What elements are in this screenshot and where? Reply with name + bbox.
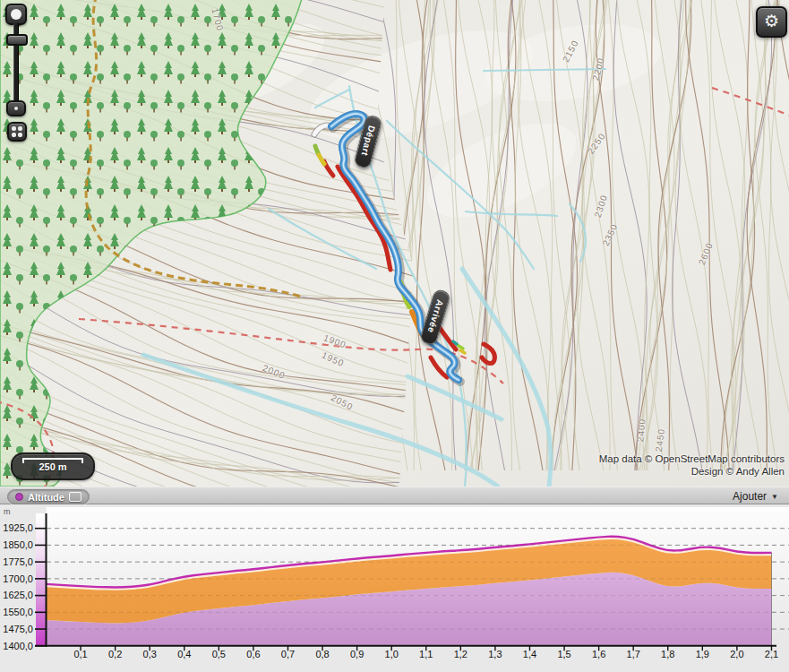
map-pan-button[interactable] — [7, 122, 27, 142]
x-axis-tick-label: 0,3 — [143, 649, 157, 659]
x-axis-tick-label: 1,9 — [696, 649, 709, 659]
pan-dot-icon — [18, 133, 22, 137]
map-scale-bar: 250 m — [11, 452, 95, 480]
elevation-profile-panel[interactable]: 1925,01850,01775,01700,01625,01550,01475… — [0, 504, 789, 672]
series-color-dot-icon — [15, 493, 23, 501]
x-axis-tick-label: 0,7 — [281, 649, 295, 659]
y-axis-tick-label: 1700,0 — [3, 573, 33, 584]
y-axis-tick-label: 1850,0 — [3, 539, 33, 550]
x-axis-tick-label: 0,4 — [177, 649, 191, 659]
zoom-slider-handle[interactable] — [6, 34, 28, 46]
zoom-out-icon — [14, 107, 18, 110]
y-axis-tick-label: 1625,0 — [3, 590, 33, 600]
x-axis-tick-label: 1,1 — [419, 649, 433, 659]
y-axis-tick-label: 1475,0 — [3, 624, 33, 634]
contour-elevation-label: 2400 — [635, 418, 647, 442]
zoom-extent-icon — [11, 9, 21, 20]
y-axis-tick-label: 1400,0 — [3, 641, 33, 651]
x-axis-tick-label: 0,6 — [246, 649, 260, 659]
attribution-line-2: Design © Andy Allen — [599, 465, 785, 478]
add-series-label: Ajouter — [733, 490, 767, 503]
x-axis-tick-label: 2,1 — [765, 649, 778, 659]
x-axis-tick-label: 1,6 — [592, 649, 605, 659]
pan-dot-icon — [12, 126, 16, 131]
x-axis-tick-label: 1,8 — [661, 649, 674, 659]
pan-dot-icon — [18, 126, 22, 131]
graph-toolbar: Altitude Ajouter ▼ — [0, 487, 789, 504]
x-axis-tick-label: 1,4 — [523, 649, 536, 659]
x-axis-tick-label: 2,0 — [730, 649, 743, 659]
x-axis-tick-label: 1,7 — [627, 649, 640, 659]
x-axis-tick-label: 0,1 — [73, 649, 87, 659]
detach-window-icon[interactable] — [69, 492, 81, 502]
y-axis-unit-label: m — [4, 507, 11, 516]
map-graphics — [0, 0, 789, 487]
x-axis-tick-label: 0,5 — [212, 649, 226, 659]
altitude-series-badge[interactable]: Altitude — [7, 489, 90, 504]
x-axis-tick-label: 1,2 — [454, 649, 467, 659]
chevron-down-icon: ▼ — [771, 493, 778, 501]
add-series-button[interactable]: Ajouter ▼ — [733, 490, 778, 503]
series-badge-label: Altitude — [28, 492, 64, 503]
x-axis-tick-label: 1,5 — [557, 649, 570, 659]
y-axis-tick-label: 1775,0 — [3, 556, 33, 567]
x-axis-tick-label: 1,0 — [385, 649, 399, 659]
elevation-profile-chart[interactable]: 1925,01850,01775,01700,01625,01550,01475… — [0, 504, 789, 672]
map-canvas[interactable]: 1700215022002250230023502600240024501900… — [0, 0, 789, 487]
map-attribution: Map data © OpenStreetMap contributors De… — [599, 452, 785, 478]
map-zoom-control[interactable] — [5, 4, 27, 143]
scale-label: 250 m — [13, 461, 93, 472]
zoom-full-extent-button[interactable] — [5, 4, 27, 25]
map-settings-button[interactable]: ⚙ — [756, 6, 787, 38]
y-axis-tick-label: 1925,0 — [3, 522, 33, 533]
x-axis-tick-label: 0,2 — [108, 649, 122, 659]
x-axis-tick-label: 1,3 — [488, 649, 502, 659]
y-axis-tick-label: 1550,0 — [3, 607, 33, 617]
attribution-line-1: Map data © OpenStreetMap contributors — [599, 452, 785, 465]
zoom-out-button[interactable] — [6, 100, 26, 116]
x-axis-tick-label: 0,9 — [350, 649, 364, 659]
pan-dot-icon — [12, 133, 16, 137]
x-axis-tick-label: 0,8 — [315, 649, 329, 659]
gear-icon: ⚙ — [764, 12, 779, 30]
